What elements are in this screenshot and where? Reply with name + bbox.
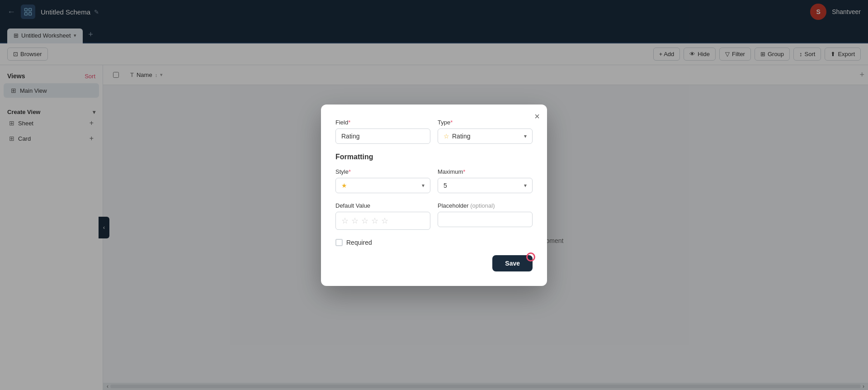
formatting-section: Formatting Style* ★ ▾ Maxim [335, 153, 533, 230]
maximum-select[interactable]: 5 ▾ [438, 178, 533, 193]
placeholder-input[interactable] [438, 212, 533, 227]
star-2[interactable]: ☆ [351, 216, 359, 226]
field-type-group: Type* ☆ Rating ▾ [438, 119, 533, 144]
maximum-label: Maximum* [438, 168, 533, 175]
style-select[interactable]: ★ ▾ [335, 178, 430, 193]
style-chevron-icon: ▾ [422, 182, 425, 189]
field-name-group: Field* [335, 119, 430, 144]
style-group: Style* ★ ▾ [335, 168, 430, 193]
modal-close-button[interactable]: × [534, 112, 540, 121]
field-label: Field* [335, 119, 430, 126]
maximum-chevron-icon: ▾ [524, 182, 527, 189]
style-label: Style* [335, 168, 430, 175]
type-chevron-icon: ▾ [524, 133, 527, 139]
save-button[interactable]: Save [492, 255, 533, 271]
star-rating-row[interactable]: ☆ ☆ ☆ ☆ ☆ [341, 216, 425, 226]
star-5[interactable]: ☆ [381, 216, 388, 226]
star-1[interactable]: ☆ [341, 216, 349, 226]
save-btn-ring [526, 252, 535, 262]
required-checkbox[interactable] [335, 239, 343, 246]
default-value-label: Default Value [335, 202, 430, 209]
required-label: Required [346, 239, 372, 246]
maximum-group: Maximum* 5 ▾ [438, 168, 533, 193]
star-3[interactable]: ☆ [361, 216, 368, 226]
formatting-title: Formatting [335, 153, 533, 161]
modal-footer: Save [335, 255, 533, 271]
default-value-input[interactable]: ☆ ☆ ☆ ☆ ☆ [335, 212, 430, 230]
type-select[interactable]: ☆ Rating ▾ [438, 128, 533, 144]
field-type-row: Field* Type* ☆ Rating ▾ [335, 119, 533, 144]
default-value-group: Default Value ☆ ☆ ☆ ☆ ☆ [335, 202, 430, 230]
style-maximum-row: Style* ★ ▾ Maximum* 5 ▾ [335, 168, 533, 193]
type-label: Type* [438, 119, 533, 126]
type-star-icon: ☆ [443, 133, 449, 140]
placeholder-label: Placeholder (optional) [438, 202, 533, 209]
placeholder-group: Placeholder (optional) [438, 202, 533, 230]
required-row: Required [335, 239, 533, 246]
style-star-icon: ★ [341, 182, 347, 189]
field-config-modal: × Field* Type* ☆ Rating ▾ [321, 105, 547, 286]
modal-overlay: × Field* Type* ☆ Rating ▾ [0, 0, 868, 390]
star-4[interactable]: ☆ [371, 216, 378, 226]
default-placeholder-row: Default Value ☆ ☆ ☆ ☆ ☆ Placeholder [335, 202, 533, 230]
field-input[interactable] [335, 128, 430, 144]
